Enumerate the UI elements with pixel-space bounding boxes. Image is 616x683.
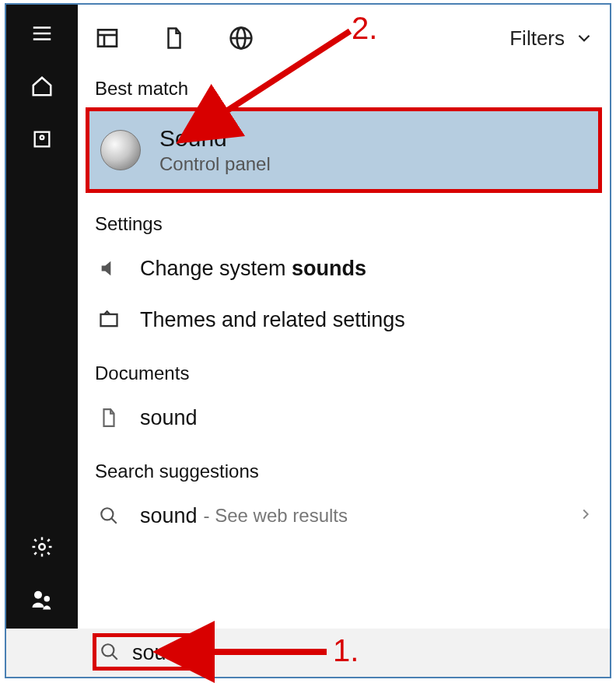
home-icon[interactable]: [29, 73, 55, 100]
settings-gear-icon[interactable]: [29, 534, 55, 560]
web-suggestion[interactable]: sound - See web results: [78, 490, 610, 541]
section-best-match: Best match: [78, 72, 610, 107]
feedback-icon[interactable]: [29, 587, 55, 613]
document-icon: [95, 404, 123, 432]
documents-scope-icon[interactable]: [160, 24, 188, 52]
svg-rect-8: [98, 30, 117, 46]
settings-result[interactable]: Change system sounds: [78, 243, 610, 294]
svg-rect-14: [101, 314, 117, 326]
start-sidebar: [6, 5, 78, 629]
search-icon: [100, 642, 121, 664]
svg-point-17: [102, 644, 114, 656]
section-settings: Settings: [78, 207, 610, 243]
chevron-right-icon: [577, 504, 594, 528]
svg-point-6: [34, 591, 42, 599]
search-results-panel: Filters Best match Sound Control panel S…: [78, 5, 610, 629]
themes-icon: [95, 306, 123, 334]
best-match-result[interactable]: Sound Control panel: [86, 107, 602, 193]
chevron-down-icon: [574, 28, 594, 48]
filters-label: Filters: [509, 26, 565, 51]
section-suggestions: Search suggestions: [78, 454, 610, 490]
svg-point-7: [44, 596, 51, 602]
filters-dropdown[interactable]: Filters: [509, 26, 594, 51]
svg-point-15: [101, 508, 113, 520]
svg-line-16: [111, 518, 117, 524]
svg-line-18: [112, 654, 117, 660]
svg-point-4: [40, 135, 44, 139]
settings-result[interactable]: Themes and related settings: [78, 294, 610, 345]
best-match-subtitle: Control panel: [159, 153, 271, 175]
scope-row: Filters: [78, 5, 610, 72]
apps-scope-icon[interactable]: [93, 24, 121, 52]
search-bar[interactable]: [6, 629, 610, 677]
photo-icon[interactable]: [29, 126, 55, 152]
web-scope-icon[interactable]: [227, 24, 255, 52]
svg-point-5: [39, 544, 45, 550]
volume-icon: [95, 254, 123, 282]
hamburger-icon[interactable]: [29, 20, 55, 47]
best-match-title: Sound: [159, 125, 271, 152]
speaker-icon: [100, 130, 141, 170]
search-icon: [95, 502, 123, 530]
section-documents: Documents: [78, 356, 610, 392]
document-result[interactable]: sound: [78, 392, 610, 443]
